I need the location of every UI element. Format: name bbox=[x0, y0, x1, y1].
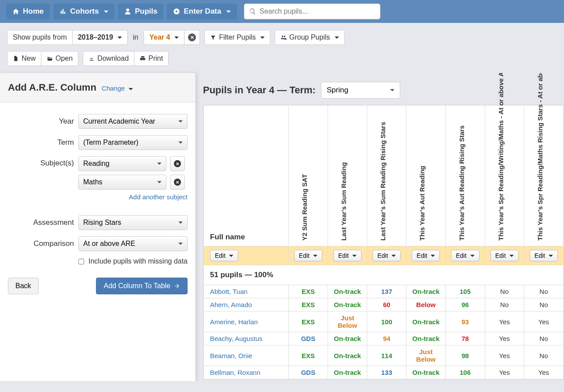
chevron-down-icon bbox=[470, 255, 475, 257]
edit-c4[interactable]: Edit bbox=[412, 250, 440, 261]
edit-c1[interactable]: Edit bbox=[294, 250, 322, 261]
col-c5: This Year's Aut Reading Rising Stars bbox=[446, 106, 485, 246]
download-icon bbox=[88, 55, 95, 62]
add-subject-link[interactable]: Add another subject bbox=[129, 193, 188, 201]
data-cell: On-track bbox=[406, 366, 446, 379]
edit-c7[interactable]: Edit bbox=[530, 250, 558, 261]
open-button[interactable]: Open bbox=[41, 51, 78, 66]
col-c4: This Year's Aut Reading bbox=[406, 106, 446, 246]
back-button[interactable]: Back bbox=[8, 278, 39, 294]
add-column-button[interactable]: Add Column To Table bbox=[96, 278, 188, 294]
data-cell: Yes bbox=[524, 311, 563, 332]
pupil-name-link[interactable]: Ahern, Amado bbox=[210, 301, 252, 308]
users-icon bbox=[280, 34, 287, 40]
table-row: Amerine, HarlanEXSJust Below100On-track9… bbox=[204, 311, 564, 332]
summary-cell: 51 pupils — 100% bbox=[204, 265, 564, 285]
col-c1: Y2 Sum Reading SAT bbox=[288, 106, 328, 246]
table-row: Bellman, RoxannGDSOn-track133On-track106… bbox=[204, 366, 564, 379]
data-cell: No bbox=[524, 345, 563, 366]
data-cell: On-track bbox=[328, 366, 367, 379]
enter-data-button[interactable]: Enter Data bbox=[167, 4, 237, 19]
pupil-name-link[interactable]: Bellman, Roxann bbox=[210, 369, 260, 376]
year-group-select[interactable]: Year 4 bbox=[144, 30, 184, 45]
home-button[interactable]: Home bbox=[6, 4, 50, 19]
data-cell: 93 bbox=[446, 311, 485, 332]
group-pupils-button[interactable]: Group Pupils bbox=[275, 30, 345, 45]
open-label: Open bbox=[55, 55, 73, 62]
filter-icon bbox=[210, 34, 216, 40]
chevron-down-icon bbox=[129, 88, 133, 90]
toolbar: Show pupils from 2018–2019 in Year 4 Fil… bbox=[0, 23, 564, 73]
data-cell: On-track bbox=[328, 298, 367, 311]
search-wrap bbox=[244, 4, 380, 19]
cohorts-label: Cohorts bbox=[70, 7, 99, 16]
edit-c5[interactable]: Edit bbox=[451, 250, 479, 261]
results-panel: Pupils in Year 4 — Term: Spring Full nam… bbox=[196, 73, 564, 380]
assessment-select[interactable]: Rising Stars bbox=[78, 215, 188, 230]
subject-select-0[interactable]: Reading bbox=[78, 156, 166, 171]
subjects-label: Subject(s) bbox=[8, 156, 74, 168]
edit-c2[interactable]: Edit bbox=[333, 250, 361, 261]
pupils-table: Full name Y2 Sum Reading SAT Last Year's… bbox=[203, 105, 564, 379]
data-cell: EXS bbox=[288, 285, 328, 298]
change-link[interactable]: Change bbox=[102, 84, 133, 92]
data-cell: 100 bbox=[367, 311, 406, 332]
cohorts-button[interactable]: Cohorts bbox=[53, 4, 114, 19]
print-button[interactable]: Print bbox=[134, 51, 169, 66]
chevron-down-icon bbox=[118, 37, 122, 39]
download-button[interactable]: Download bbox=[83, 51, 134, 66]
subject-select-1[interactable]: Maths bbox=[78, 175, 166, 190]
clear-year-group[interactable] bbox=[184, 30, 200, 45]
term-select[interactable]: (Term Parameter) bbox=[78, 135, 188, 150]
chevron-down-icon bbox=[226, 11, 231, 13]
data-cell: On-track bbox=[406, 311, 446, 332]
remove-subject-1[interactable] bbox=[170, 175, 185, 190]
comparison-label: Comparison bbox=[8, 239, 74, 248]
data-cell: EXS bbox=[288, 345, 328, 366]
home-label: Home bbox=[23, 7, 44, 16]
file-icon bbox=[13, 55, 19, 62]
table-row: Abbott, TuanEXSOn-track137On-track105NoN… bbox=[204, 285, 564, 298]
add-column-label: Add Column To Table bbox=[103, 282, 170, 290]
data-cell: 98 bbox=[446, 345, 485, 366]
include-missing-checkbox[interactable] bbox=[78, 259, 84, 264]
pupil-name-link[interactable]: Amerine, Harlan bbox=[210, 318, 258, 326]
enter-data-label: Enter Data bbox=[184, 7, 221, 16]
pupil-name-link[interactable]: Abbott, Tuan bbox=[210, 288, 247, 295]
data-cell: On-track bbox=[328, 332, 367, 345]
add-column-panel: Add A.R.E. Column Change Year Current Ac… bbox=[0, 73, 196, 381]
edit-c6[interactable]: Edit bbox=[490, 250, 519, 261]
edit-name-col[interactable]: Edit bbox=[210, 250, 238, 261]
data-cell: Yes bbox=[485, 345, 524, 366]
pupils-button[interactable]: Pupils bbox=[118, 4, 163, 19]
year-range-select[interactable]: 2018–2019 bbox=[73, 30, 128, 45]
table-row: Ahern, AmadoEXSOn-track60Below96NoNo bbox=[204, 298, 564, 311]
chevron-down-icon bbox=[335, 37, 339, 39]
year-range-value: 2018–2019 bbox=[78, 33, 113, 41]
panel-title: Add A.R.E. Column bbox=[8, 82, 96, 93]
data-cell: 96 bbox=[446, 298, 485, 311]
year-select[interactable]: Current Academic Year bbox=[78, 114, 188, 129]
year-label: Year bbox=[8, 117, 74, 126]
data-cell: Yes bbox=[485, 366, 524, 379]
data-cell: 133 bbox=[367, 366, 406, 379]
term-dropdown[interactable]: Spring bbox=[321, 82, 400, 99]
search-input[interactable] bbox=[244, 4, 380, 19]
comparison-select[interactable]: At or above ARE bbox=[78, 236, 188, 251]
new-button[interactable]: New bbox=[7, 51, 41, 66]
edit-c3[interactable]: Edit bbox=[372, 250, 401, 261]
plus-circle-icon bbox=[173, 8, 180, 15]
remove-subject-0[interactable] bbox=[170, 156, 185, 171]
chart-icon bbox=[59, 8, 66, 15]
pupil-name-link[interactable]: Beachy, Augustus bbox=[210, 335, 262, 342]
pupil-name-link[interactable]: Beaman, Onie bbox=[210, 352, 252, 359]
arrow-right-icon bbox=[174, 283, 180, 289]
top-nav: Home Cohorts Pupils Enter Data bbox=[0, 0, 564, 23]
filter-pupils-button[interactable]: Filter Pupils bbox=[204, 30, 270, 45]
data-cell: Yes bbox=[524, 366, 563, 379]
col-c2: Last Year's Sum Reading bbox=[328, 106, 367, 246]
data-cell: No bbox=[524, 285, 563, 298]
show-from-label: Show pupils from bbox=[7, 30, 73, 45]
close-icon bbox=[188, 33, 196, 41]
chevron-down-icon bbox=[431, 255, 435, 257]
